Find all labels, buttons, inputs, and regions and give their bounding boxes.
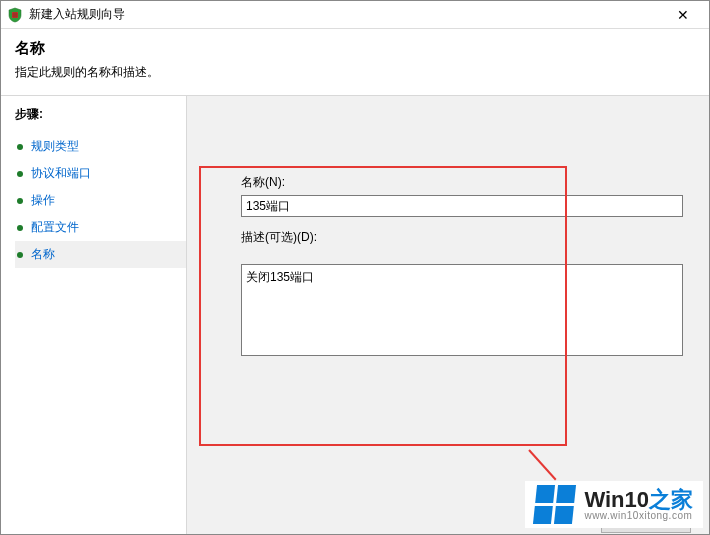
sidebar-item-action[interactable]: 操作 (15, 187, 186, 214)
window-title: 新建入站规则向导 (29, 6, 663, 23)
name-input[interactable] (241, 195, 683, 217)
sidebar-item-label: 规则类型 (31, 138, 79, 155)
page-title: 名称 (15, 39, 695, 58)
wizard-body: 步骤: 规则类型 协议和端口 操作 配置文件 名称 (1, 96, 709, 535)
sidebar-item-name[interactable]: 名称 (15, 241, 186, 268)
sidebar-item-label: 名称 (31, 246, 55, 263)
page-subtitle: 指定此规则的名称和描述。 (15, 64, 695, 81)
description-label: 描述(可选)(D): (241, 229, 683, 246)
sidebar-item-label: 配置文件 (31, 219, 79, 236)
titlebar: 新建入站规则向导 ✕ (1, 1, 709, 29)
bullet-icon (17, 144, 23, 150)
watermark-text: Win10之家 www.win10xitong.com (584, 489, 693, 521)
form-area: 名称(N): 描述(可选)(D): (241, 174, 683, 359)
bullet-icon (17, 225, 23, 231)
sidebar-item-profile[interactable]: 配置文件 (15, 214, 186, 241)
watermark-url: www.win10xitong.com (584, 511, 693, 521)
annotation-arrow (528, 449, 556, 480)
close-button[interactable]: ✕ (663, 2, 703, 28)
windows-logo-icon (533, 485, 576, 524)
svg-rect-0 (12, 12, 18, 18)
steps-list: 规则类型 协议和端口 操作 配置文件 名称 (15, 133, 186, 268)
close-icon: ✕ (677, 7, 689, 23)
sidebar-item-protocol-ports[interactable]: 协议和端口 (15, 160, 186, 187)
name-label: 名称(N): (241, 174, 683, 191)
wizard-header: 名称 指定此规则的名称和描述。 (1, 29, 709, 96)
sidebar-item-label: 操作 (31, 192, 55, 209)
sidebar-item-label: 协议和端口 (31, 165, 91, 182)
bullet-icon (17, 252, 23, 258)
steps-heading: 步骤: (15, 106, 186, 123)
wizard-content: 名称(N): 描述(可选)(D): < 上一步 (187, 96, 709, 535)
description-input[interactable] (241, 264, 683, 356)
bullet-icon (17, 198, 23, 204)
firewall-icon (7, 7, 23, 23)
watermark-main-b: 之家 (649, 487, 693, 512)
bullet-icon (17, 171, 23, 177)
sidebar-item-rule-type[interactable]: 规则类型 (15, 133, 186, 160)
watermark-main-a: Win10 (584, 487, 649, 512)
watermark: Win10之家 www.win10xitong.com (525, 481, 703, 528)
steps-sidebar: 步骤: 规则类型 协议和端口 操作 配置文件 名称 (1, 96, 187, 535)
